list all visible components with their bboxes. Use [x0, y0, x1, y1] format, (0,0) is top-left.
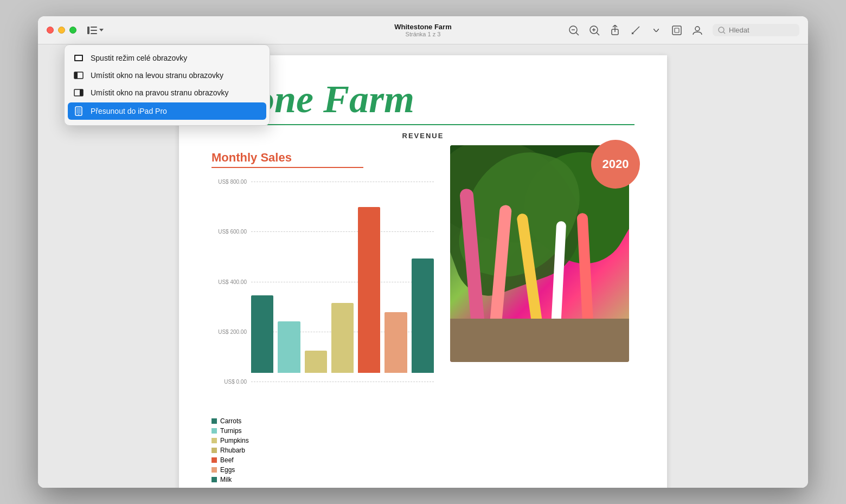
- grid-label-400: US$ 400.00: [211, 279, 247, 285]
- chart-title: Monthly Sales: [211, 151, 434, 165]
- close-button[interactable]: [47, 27, 54, 34]
- fullscreen-menu-item[interactable]: Spustit režim celé obrazovky: [65, 49, 270, 67]
- bar-3: [331, 303, 354, 373]
- bars-area: [251, 184, 434, 373]
- svg-rect-2: [91, 30, 97, 31]
- svg-line-10: [597, 33, 599, 35]
- bar-chart: US$ 800.00 US$ 600.00 US$ 400.00: [211, 179, 434, 385]
- legend-label-2: Pumpkins: [220, 437, 249, 444]
- svg-point-17: [719, 27, 724, 33]
- legend-color-0: [211, 418, 217, 424]
- svg-rect-20: [75, 56, 82, 60]
- legend-item-4: Beef: [211, 456, 434, 464]
- ipad-icon: [73, 107, 84, 115]
- window-subtitle: Stránka 1 z 3: [406, 31, 441, 37]
- svg-line-6: [576, 33, 579, 35]
- svg-line-13: [632, 27, 639, 34]
- svg-rect-0: [87, 27, 89, 34]
- legend-label-3: Rhubarb: [220, 447, 245, 454]
- svg-rect-15: [675, 28, 679, 33]
- svg-rect-1: [91, 27, 97, 28]
- legend-item-0: Carrots: [211, 417, 434, 425]
- legend-label-4: Beef: [220, 456, 234, 464]
- bar-0: [251, 295, 273, 373]
- image-section: 2020: [450, 145, 634, 483]
- legend-label-1: Turnips: [220, 427, 242, 435]
- chart-section: Monthly Sales US$ 800.00 US$ 600.00: [211, 151, 634, 483]
- zoom-out-button[interactable]: [568, 25, 579, 36]
- legend-item-6: Milk: [211, 476, 434, 483]
- toolbar-right: [568, 24, 799, 36]
- svg-rect-24: [80, 89, 83, 96]
- legend-color-2: [211, 438, 217, 443]
- svg-point-27: [78, 114, 79, 115]
- legend-label-0: Carrots: [220, 417, 241, 425]
- legend-item-2: Pumpkins: [211, 437, 434, 444]
- chart-title-line: [211, 167, 363, 168]
- grid-label-600: US$ 600.00: [211, 229, 247, 235]
- window-title: Whitestone Farm: [394, 23, 451, 31]
- grid-label-200: US$ 200.00: [211, 329, 247, 335]
- fullscreen-icon: [73, 54, 84, 62]
- chart-legend: CarrotsTurnipsPumpkinsRhubarbBeefEggsMil…: [211, 417, 434, 483]
- right-menu-item[interactable]: Umístit okno na pravou stranu obrazovky: [65, 84, 270, 101]
- right-icon: [73, 88, 84, 97]
- dropdown-menu: Spustit režim celé obrazovky Umístit okn…: [64, 44, 270, 126]
- svg-rect-26: [76, 108, 81, 114]
- grid-label-0: US$ 0.00: [211, 379, 247, 385]
- svg-point-16: [695, 27, 700, 31]
- sidebar-icon: [87, 27, 97, 34]
- svg-rect-22: [74, 72, 78, 79]
- farm-title: estone Farm: [211, 77, 634, 122]
- traffic-lights: [47, 27, 76, 34]
- chart-container: Monthly Sales US$ 800.00 US$ 600.00: [211, 151, 434, 483]
- search-box[interactable]: [713, 24, 799, 36]
- bar-2: [305, 351, 327, 373]
- ipad-menu-item[interactable]: Přesunout do iPad Pro: [68, 102, 266, 120]
- legend-color-1: [211, 428, 217, 434]
- titlebar: Whitestone Farm Stránka 1 z 3: [38, 16, 808, 44]
- annotate-dropdown-button[interactable]: [651, 25, 662, 36]
- grid-line-0: US$ 0.00: [211, 379, 434, 385]
- bar-6: [412, 259, 434, 373]
- svg-line-18: [723, 32, 725, 34]
- bar-5: [384, 312, 407, 373]
- legend-color-5: [211, 467, 217, 473]
- search-icon: [718, 27, 726, 34]
- annotate-button[interactable]: [630, 25, 641, 36]
- legend-color-3: [211, 448, 217, 453]
- year-badge: 2020: [591, 140, 640, 189]
- main-window: Whitestone Farm Stránka 1 z 3: [38, 16, 808, 488]
- title-divider: [211, 124, 634, 125]
- title-section: Whitestone Farm Stránka 1 z 3: [394, 23, 451, 37]
- maximize-button[interactable]: [69, 27, 76, 34]
- share-button[interactable]: [610, 25, 620, 36]
- user-button[interactable]: [692, 25, 703, 36]
- bar-1: [278, 321, 300, 373]
- frame-button[interactable]: [671, 25, 682, 36]
- minimize-button[interactable]: [58, 27, 65, 34]
- legend-item-5: Eggs: [211, 466, 434, 474]
- left-menu-item[interactable]: Umístit okno na levou stranu obrazovky: [65, 67, 270, 84]
- chevron-down-icon: [99, 29, 104, 31]
- legend-item-3: Rhubarb: [211, 447, 434, 454]
- grid-label-800: US$ 800.00: [211, 179, 247, 185]
- legend-color-6: [211, 477, 217, 482]
- legend-color-4: [211, 457, 217, 463]
- legend-label-5: Eggs: [220, 466, 235, 474]
- svg-rect-14: [672, 26, 681, 35]
- legend-label-6: Milk: [220, 476, 232, 483]
- sidebar-toggle-button[interactable]: [84, 24, 107, 36]
- revenue-label: REVENUE: [211, 132, 634, 140]
- legend-item-1: Turnips: [211, 427, 434, 435]
- left-icon: [73, 71, 84, 80]
- search-input[interactable]: [729, 26, 794, 34]
- svg-rect-3: [91, 33, 97, 34]
- zoom-in-button[interactable]: [589, 25, 600, 36]
- bar-4: [358, 207, 380, 373]
